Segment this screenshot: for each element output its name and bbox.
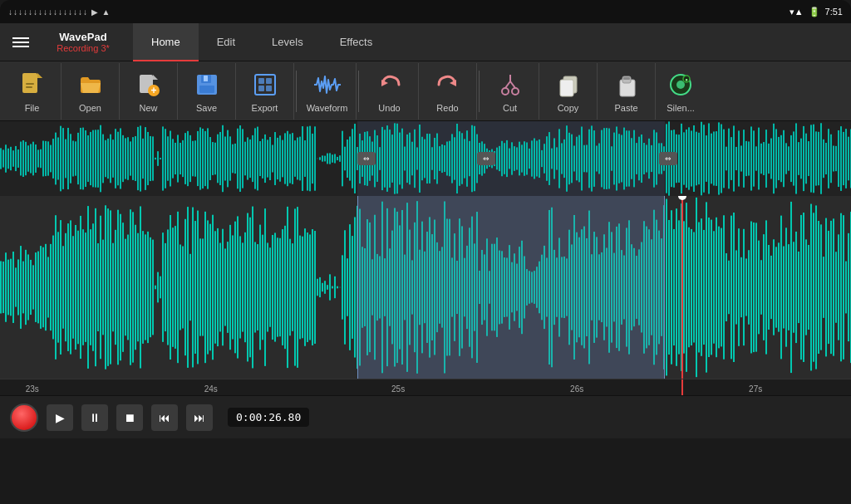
copy-label: Copy xyxy=(558,103,579,113)
toolbar: File Open + New Save Export Waveform xyxy=(0,61,851,121)
playhead xyxy=(681,196,683,379)
battery-icon: 🔋 xyxy=(809,7,820,17)
ruler-23s: 23s xyxy=(26,384,39,394)
selection-region xyxy=(357,196,665,379)
waveform-button[interactable]: Waveform xyxy=(298,63,357,120)
pause-button[interactable]: ⏸ xyxy=(81,404,108,431)
status-bar: ↓↓↓↓↓↓↓↓↓↓↓↓↓↓↓↓ ▶ ▲ ▾▲ 🔋 7:51 xyxy=(0,0,851,23)
stop-button[interactable]: ⏹ xyxy=(116,404,143,431)
recording-name: Recording 3* xyxy=(42,43,125,53)
download-arrows: ↓↓↓↓↓↓↓↓↓↓↓↓↓↓↓↓ ▶ ▲ xyxy=(8,7,111,17)
open-button[interactable]: Open xyxy=(61,63,120,120)
save-icon xyxy=(192,70,222,100)
redo-label: Redo xyxy=(436,103,458,113)
silence-label: Silen... xyxy=(667,103,695,113)
silence-button[interactable]: ● Silen... xyxy=(656,63,706,120)
svg-line-22 xyxy=(510,81,515,88)
drag-handle-mid[interactable]: ⇔ xyxy=(477,152,495,165)
svg-rect-14 xyxy=(266,78,272,84)
forward-icon: ⏭ xyxy=(194,411,205,424)
new-button[interactable]: + New xyxy=(120,63,178,120)
undo-button[interactable]: Undo xyxy=(361,63,419,120)
file-label: File xyxy=(25,103,40,113)
app-name: WavePad xyxy=(42,31,125,43)
copy-icon xyxy=(553,70,583,100)
ruler-24s: 24s xyxy=(204,384,218,394)
waveform-label: Waveform xyxy=(307,103,348,113)
pause-icon: ⏸ xyxy=(89,411,101,424)
copy-button[interactable]: Copy xyxy=(539,63,598,120)
stop-icon: ⏹ xyxy=(124,411,135,424)
svg-rect-16 xyxy=(266,86,272,91)
waveform-icon xyxy=(312,70,342,100)
play-button[interactable]: ▶ xyxy=(47,404,73,431)
toolbar-divider-1 xyxy=(296,71,297,112)
silence-icon: ● xyxy=(666,70,696,100)
export-button[interactable]: Export xyxy=(236,63,294,120)
nav-tabs: Home Edit Levels Effects xyxy=(133,23,391,61)
controls-bar: ▶ ⏸ ⏹ ⏮ ⏭ 0:00:26.80 xyxy=(0,395,851,438)
playback-time: 0:00:26.80 xyxy=(228,408,309,427)
ruler-26s: 26s xyxy=(570,384,583,394)
svg-line-21 xyxy=(505,81,510,88)
cut-label: Cut xyxy=(503,103,517,113)
playhead-ruler-line xyxy=(681,379,683,395)
status-icons: ↓↓↓↓↓↓↓↓↓↓↓↓↓↓↓↓ ▶ ▲ xyxy=(8,7,111,17)
undo-icon xyxy=(375,70,405,100)
ruler-25s: 25s xyxy=(391,384,405,394)
tab-levels[interactable]: Levels xyxy=(253,23,322,61)
new-icon: + xyxy=(134,70,164,100)
time-display-status: 7:51 xyxy=(825,7,843,17)
record-button[interactable] xyxy=(10,404,38,432)
hamburger-menu[interactable] xyxy=(0,23,42,61)
ruler-27s: 27s xyxy=(749,384,762,394)
svg-rect-13 xyxy=(258,78,264,84)
svg-point-19 xyxy=(502,88,509,95)
cut-button[interactable]: Cut xyxy=(481,63,539,120)
tab-home[interactable]: Home xyxy=(133,23,199,61)
rewind-button[interactable]: ⏮ xyxy=(151,404,178,431)
rewind-icon: ⏮ xyxy=(159,411,170,424)
svg-rect-11 xyxy=(199,86,214,93)
waveform-container: // Generated inline bars ⇔ ⇔ ⇔ 23s 24s 2… xyxy=(0,121,851,395)
forward-button[interactable]: ⏭ xyxy=(186,404,213,431)
toolbar-divider-3 xyxy=(479,71,480,112)
open-label: Open xyxy=(79,103,101,113)
waveform-overview[interactable]: // Generated inline bars ⇔ ⇔ ⇔ xyxy=(0,121,851,196)
app-title-area: WavePad Recording 3* xyxy=(42,31,125,53)
svg-rect-10 xyxy=(204,76,208,81)
paste-icon xyxy=(612,70,642,100)
new-label: New xyxy=(139,103,157,113)
svg-rect-25 xyxy=(560,80,573,96)
play-icon: ▶ xyxy=(56,411,65,424)
svg-rect-4 xyxy=(26,86,32,88)
cut-icon xyxy=(495,70,525,100)
waveform-main[interactable] xyxy=(0,196,851,379)
file-icon xyxy=(17,70,47,100)
export-icon xyxy=(250,70,280,100)
save-button[interactable]: Save xyxy=(178,63,236,120)
file-button[interactable]: File xyxy=(3,63,61,120)
svg-text:●: ● xyxy=(685,77,688,82)
paste-button[interactable]: Paste xyxy=(598,63,656,120)
wifi-icon: ▾▲ xyxy=(790,7,804,17)
export-label: Export xyxy=(252,103,278,113)
svg-text:+: + xyxy=(150,85,156,96)
drag-handle-left[interactable]: ⇔ xyxy=(357,152,376,165)
top-nav: WavePad Recording 3* Home Edit Levels Ef… xyxy=(0,23,851,61)
svg-rect-3 xyxy=(26,83,34,85)
redo-button[interactable]: Redo xyxy=(419,63,477,120)
paste-label: Paste xyxy=(614,103,637,113)
save-label: Save xyxy=(196,103,217,113)
redo-icon xyxy=(433,70,463,100)
toolbar-divider-2 xyxy=(358,71,359,112)
tab-effects[interactable]: Effects xyxy=(322,23,391,61)
drag-handle-right[interactable]: ⇔ xyxy=(659,152,677,165)
status-right: ▾▲ 🔋 7:51 xyxy=(790,7,843,17)
timeline-ruler: 23s 24s 25s 26s 27s xyxy=(0,379,851,395)
tab-edit[interactable]: Edit xyxy=(199,23,253,61)
svg-point-20 xyxy=(512,88,519,95)
undo-label: Undo xyxy=(378,103,400,113)
svg-rect-12 xyxy=(255,75,275,95)
svg-point-30 xyxy=(676,81,685,89)
